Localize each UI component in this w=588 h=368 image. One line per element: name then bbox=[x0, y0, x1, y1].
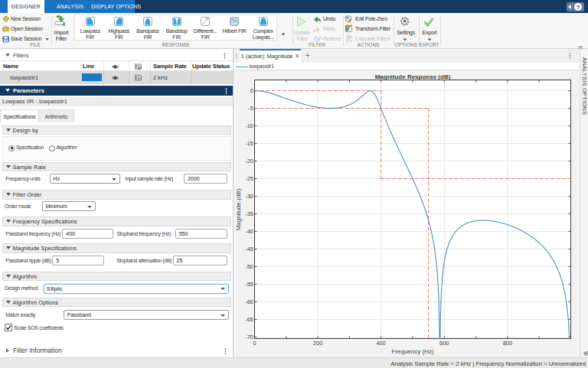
svg-text:Magnitude (dB): Magnitude (dB) bbox=[235, 188, 242, 230]
svg-text:600: 600 bbox=[439, 340, 449, 347]
svg-text:-15: -15 bbox=[245, 140, 253, 147]
svg-text:0: 0 bbox=[253, 340, 256, 347]
svg-text:-10: -10 bbox=[245, 122, 253, 129]
svg-text:-25: -25 bbox=[245, 175, 253, 182]
svg-text:400: 400 bbox=[376, 340, 386, 347]
svg-text:Magnitude Response (dB): Magnitude Response (dB) bbox=[375, 73, 451, 80]
svg-text:-65: -65 bbox=[245, 316, 253, 323]
svg-text:0: 0 bbox=[250, 87, 253, 94]
svg-text:200: 200 bbox=[313, 340, 323, 347]
svg-text:-45: -45 bbox=[245, 246, 253, 252]
svg-text:-50: -50 bbox=[245, 263, 253, 270]
svg-text:-30: -30 bbox=[245, 193, 253, 200]
svg-text:-5: -5 bbox=[248, 105, 253, 112]
svg-text:-20: -20 bbox=[245, 158, 253, 164]
svg-text:-70: -70 bbox=[245, 334, 253, 340]
svg-text:-40: -40 bbox=[245, 228, 253, 235]
svg-text:Frequency (Hz): Frequency (Hz) bbox=[391, 348, 433, 355]
svg-text:-55: -55 bbox=[245, 281, 253, 288]
svg-text:800: 800 bbox=[503, 340, 513, 347]
svg-text:-60: -60 bbox=[245, 298, 253, 305]
svg-text:-35: -35 bbox=[245, 210, 253, 217]
